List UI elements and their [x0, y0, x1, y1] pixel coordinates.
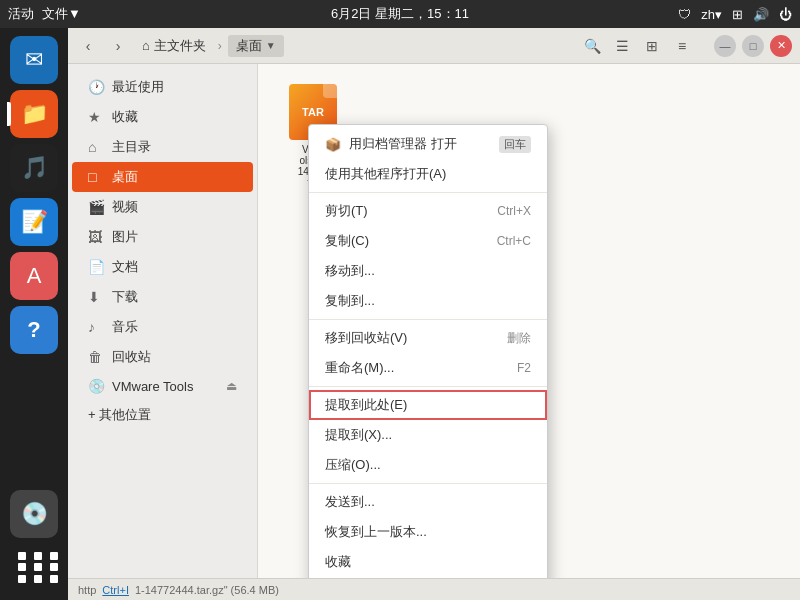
- breadcrumb-arrow-icon: ▼: [266, 40, 276, 51]
- network-icon: ⊞: [732, 7, 743, 22]
- sidebar-item-pictures[interactable]: 🖼 图片: [72, 222, 253, 252]
- restore-label: 恢复到上一版本...: [325, 523, 427, 541]
- ctx-sep4: [309, 483, 547, 484]
- desktop-label: 桌面: [112, 168, 138, 186]
- grid-view-button[interactable]: ⊞: [640, 34, 664, 58]
- ctx-copy-to[interactable]: 复制到...: [309, 286, 547, 316]
- dock-grid-button[interactable]: [10, 544, 58, 592]
- sidebar-item-desktop[interactable]: □ 桌面: [72, 162, 253, 192]
- back-button[interactable]: ‹: [76, 34, 100, 58]
- close-button[interactable]: ✕: [770, 35, 792, 57]
- maximize-button[interactable]: □: [742, 35, 764, 57]
- datetime-label: 6月2日 星期二，15：11: [331, 5, 469, 23]
- move-trash-shortcut: 删除: [507, 330, 531, 347]
- downloads-label: 下载: [112, 288, 138, 306]
- forward-button[interactable]: ›: [106, 34, 130, 58]
- main-content: TAR VMwols-101477...tar 📦 用归档管理器 打开 回车 使…: [258, 64, 800, 578]
- extract-to-label: 提取到(X)...: [325, 426, 392, 444]
- recent-label: 最近使用: [112, 78, 164, 96]
- vmware-icon: 💿: [88, 378, 104, 394]
- compress-label: 压缩(O)...: [325, 456, 381, 474]
- shield-icon: 🛡: [678, 7, 691, 22]
- minimize-button[interactable]: —: [714, 35, 736, 57]
- pictures-label: 图片: [112, 228, 138, 246]
- move-to-label: 移动到...: [325, 262, 375, 280]
- clock-icon: 🕐: [88, 79, 104, 95]
- ctx-compress[interactable]: 压缩(O)...: [309, 450, 547, 480]
- dock-help[interactable]: ?: [10, 306, 58, 354]
- search-button[interactable]: 🔍: [580, 34, 604, 58]
- window-titlebar: ‹ › ⌂ 主文件夹 › 桌面 ▼ 🔍 ☰ ⊞ ≡ — □ ✕: [68, 28, 800, 64]
- ctx-copy[interactable]: 复制(C) Ctrl+C: [309, 226, 547, 256]
- menu-button[interactable]: ≡: [670, 34, 694, 58]
- active-indicator: [7, 102, 11, 126]
- ctx-rename[interactable]: 重命名(M)... F2: [309, 353, 547, 383]
- breadcrumb-desktop-label: 桌面: [236, 37, 262, 55]
- vmware-label: VMware Tools: [112, 379, 193, 394]
- sidebar-item-docs[interactable]: 📄 文档: [72, 252, 253, 282]
- docs-icon: 📄: [88, 259, 104, 275]
- ctx-open-archive[interactable]: 📦 用归档管理器 打开 回车: [309, 129, 547, 159]
- ctx-cut[interactable]: 剪切(T) Ctrl+X: [309, 196, 547, 226]
- other-places-label: + 其他位置: [88, 406, 151, 424]
- content-area: 🕐 最近使用 ★ 收藏 ⌂ 主目录 □ 桌面 🎬 视频 🖼 图片: [68, 64, 800, 578]
- activities-label[interactable]: 活动: [8, 5, 34, 23]
- context-menu: 📦 用归档管理器 打开 回车 使用其他程序打开(A) 剪切(T) Ctrl+X …: [308, 124, 548, 578]
- cut-shortcut: Ctrl+X: [497, 204, 531, 218]
- grid-dot: [50, 552, 58, 560]
- ctx-extract-here[interactable]: 提取到此处(E): [309, 390, 547, 420]
- ctx-send-to[interactable]: 发送到...: [309, 487, 547, 517]
- sidebar-item-recent[interactable]: 🕐 最近使用: [72, 72, 253, 102]
- sidebar-item-trash[interactable]: 🗑 回收站: [72, 342, 253, 372]
- status-bar: http Ctrl+I 1-14772444.tar.gz" (56.4 MB): [68, 578, 800, 600]
- dock-files[interactable]: 📁: [10, 90, 58, 138]
- ctx-bookmark[interactable]: 收藏: [309, 547, 547, 577]
- rename-label: 重命名(M)...: [325, 359, 394, 377]
- breadcrumb-desktop[interactable]: 桌面 ▼: [228, 35, 284, 57]
- dock-thunderbird[interactable]: ✉: [10, 36, 58, 84]
- sidebar-item-starred[interactable]: ★ 收藏: [72, 102, 253, 132]
- home-button[interactable]: ⌂ 主文件夹: [136, 35, 212, 57]
- trash-label: 回收站: [112, 348, 151, 366]
- status-link[interactable]: Ctrl+I: [102, 584, 129, 596]
- sidebar-item-downloads[interactable]: ⬇ 下载: [72, 282, 253, 312]
- ctx-sep3: [309, 386, 547, 387]
- music-label: 音乐: [112, 318, 138, 336]
- dock-appstore[interactable]: A: [10, 252, 58, 300]
- bookmark-label: 收藏: [325, 553, 351, 571]
- thunderbird-icon: ✉: [25, 47, 43, 73]
- sidebar-other-places[interactable]: + 其他位置: [72, 400, 253, 430]
- sidebar-item-music[interactable]: ♪ 音乐: [72, 312, 253, 342]
- dock-dvd[interactable]: 💿: [10, 490, 58, 538]
- ctx-properties[interactable]: 属性(R): [309, 577, 547, 578]
- return-badge: 回车: [499, 136, 531, 153]
- home-label: 主文件夹: [154, 37, 206, 55]
- list-view-button[interactable]: ☰: [610, 34, 634, 58]
- sidebar-item-videos[interactable]: 🎬 视频: [72, 192, 253, 222]
- sidebar-item-vmware[interactable]: 💿 VMware Tools ⏏: [72, 372, 253, 400]
- sidebar-item-home[interactable]: ⌂ 主目录: [72, 132, 253, 162]
- ctx-open-with[interactable]: 使用其他程序打开(A): [309, 159, 547, 189]
- power-icon: ⏻: [779, 7, 792, 22]
- ctx-restore[interactable]: 恢复到上一版本...: [309, 517, 547, 547]
- lang-label[interactable]: zh▾: [701, 7, 722, 22]
- videos-icon: 🎬: [88, 199, 104, 215]
- eject-icon[interactable]: ⏏: [226, 379, 237, 393]
- grid-dot: [18, 552, 26, 560]
- grid-dot: [34, 563, 42, 571]
- trash-icon: 🗑: [88, 349, 104, 365]
- files-icon: 📁: [21, 101, 48, 127]
- dock-writer[interactable]: 📝: [10, 198, 58, 246]
- titlebar-icons: 🔍 ☰ ⊞ ≡ — □ ✕: [580, 34, 792, 58]
- grid-dot: [18, 575, 26, 583]
- ctx-sep2: [309, 319, 547, 320]
- grid-dot: [50, 575, 58, 583]
- dock-rhythmbox[interactable]: 🎵: [10, 144, 58, 192]
- ctx-move-to[interactable]: 移动到...: [309, 256, 547, 286]
- ctx-extract-to[interactable]: 提取到(X)...: [309, 420, 547, 450]
- file-menu-label[interactable]: 文件▼: [42, 5, 81, 23]
- starred-label: 收藏: [112, 108, 138, 126]
- star-icon: ★: [88, 109, 104, 125]
- dvd-icon: 💿: [21, 501, 48, 527]
- ctx-move-trash[interactable]: 移到回收站(V) 删除: [309, 323, 547, 353]
